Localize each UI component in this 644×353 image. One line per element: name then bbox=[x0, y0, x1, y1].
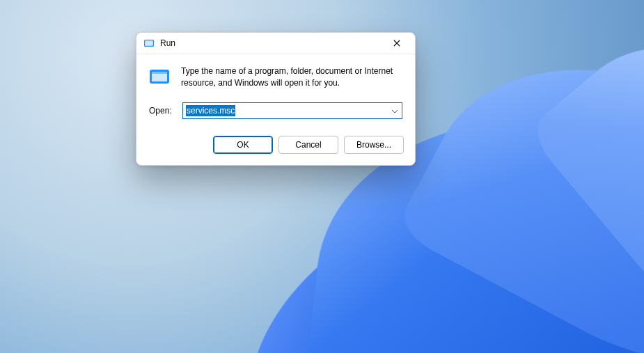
dialog-description: Type the name of a program, folder, docu… bbox=[181, 65, 402, 90]
svg-rect-6 bbox=[152, 72, 167, 74]
open-combobox[interactable]: services.msc bbox=[182, 102, 402, 119]
browse-button[interactable]: Browse... bbox=[344, 136, 404, 154]
open-label: Open: bbox=[149, 106, 174, 116]
run-dialog: Run Type the name of a program, folder, … bbox=[136, 32, 416, 166]
close-icon bbox=[393, 40, 400, 47]
run-icon-small bbox=[143, 38, 155, 49]
svg-rect-2 bbox=[146, 41, 153, 46]
cancel-button[interactable]: Cancel bbox=[278, 136, 338, 154]
ok-button[interactable]: OK bbox=[213, 136, 273, 154]
close-button[interactable] bbox=[382, 33, 412, 53]
titlebar[interactable]: Run bbox=[136, 33, 415, 54]
open-input[interactable] bbox=[182, 102, 402, 119]
run-icon bbox=[149, 67, 171, 86]
dialog-title: Run bbox=[160, 38, 175, 48]
dialog-buttons: OK Cancel Browse... bbox=[136, 127, 415, 165]
